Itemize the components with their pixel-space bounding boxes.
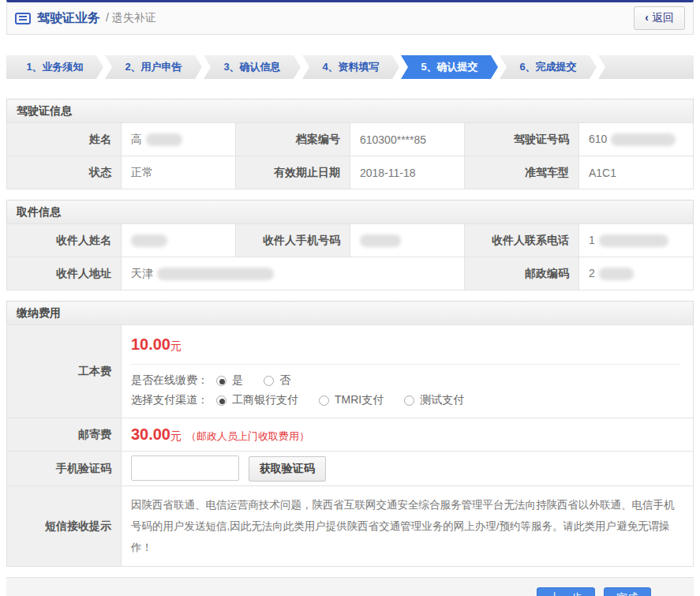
production-fee-unit: 元 [170, 339, 182, 352]
redacted-blur [599, 268, 634, 280]
radio-selected-icon [216, 376, 226, 386]
sms-code-input[interactable] [131, 455, 239, 481]
section-title: 驾驶证信息 [6, 99, 694, 123]
page-title: 驾驶证业务 [37, 10, 100, 27]
step-3: 3、确认信息 [204, 55, 301, 79]
breadcrumb-subtitle: / 遗失补证 [106, 11, 156, 25]
section-pickup-info: 取件信息 收件人姓名 收件人手机号码 收件人联系电话 1 收件人地址 天津 邮政… [6, 200, 694, 291]
chevron-left-icon: ‹ [645, 11, 649, 24]
online-payment-question-label: 是否在线缴费： [131, 373, 208, 388]
license-business-icon [15, 13, 31, 24]
postage-fee-cell: 30.00元（邮政人员上门收取费用） [121, 418, 693, 452]
radio-unselected-icon [404, 395, 414, 406]
vehicle-type-label: 准驾车型 [464, 156, 578, 189]
table-row: 工本费 10.00元 是否在线缴费： 是 否 选择支付渠道： 工商银行支付 TM… [7, 325, 694, 418]
redacted-blur [157, 268, 274, 280]
production-fee-amount-line: 10.00元 [131, 335, 680, 354]
table-row: 收件人地址 天津 邮政编码 2 [7, 257, 694, 291]
redacted-blur [599, 234, 668, 247]
back-button[interactable]: ‹返回 [634, 6, 685, 30]
expiry-value: 2018-11-18 [350, 156, 464, 189]
radio-channel-icbc[interactable]: 工商银行支付 [216, 393, 298, 407]
previous-step-button[interactable]: 上一步 [537, 587, 595, 596]
section-payment: 缴纳费用 工本费 10.00元 是否在线缴费： 是 否 选择支付渠道： 工商银行… [6, 301, 694, 567]
production-fee-label: 工本费 [7, 325, 122, 418]
finish-button[interactable]: 完成 [604, 587, 651, 596]
sms-code-cell: 获取验证码 [121, 452, 693, 486]
radio-online-yes[interactable]: 是 [216, 373, 243, 388]
vehicle-type-value: A1C1 [578, 156, 693, 189]
sms-notice-label: 短信接收提示 [7, 486, 122, 567]
recipient-phone-value: 1 [578, 224, 693, 257]
get-sms-code-button[interactable]: 获取验证码 [249, 456, 326, 482]
production-fee-amount: 10.00 [131, 335, 170, 353]
name-label: 姓名 [7, 123, 122, 156]
postage-fee-note: （邮政人员上门收取费用） [186, 430, 309, 442]
postage-fee-amount: 30.00 [131, 425, 170, 443]
radio-channel-tmri[interactable]: TMRI支付 [319, 393, 384, 407]
section-title: 取件信息 [6, 200, 694, 224]
header: 驾驶证业务 / 遗失补证 ‹返回 [6, 0, 694, 35]
radio-channel-test[interactable]: 测试支付 [404, 393, 464, 407]
postal-code-label: 邮政编码 [464, 257, 578, 291]
table-row: 姓名 高 档案编号 610300****85 驾驶证号码 610 [7, 123, 694, 156]
step-2: 2、用户申告 [105, 55, 202, 79]
payment-channel-question: 选择支付渠道： 工商银行支付 TMRI支付 测试支付 [131, 393, 680, 407]
back-button-label: 返回 [652, 11, 674, 24]
file-no-label: 档案编号 [235, 123, 350, 156]
payment-table: 工本费 10.00元 是否在线缴费： 是 否 选择支付渠道： 工商银行支付 TM… [6, 324, 694, 567]
status-label: 状态 [7, 156, 122, 189]
postage-fee-unit: 元 [170, 429, 182, 442]
step-1: 1、业务须知 [6, 55, 103, 79]
sms-notice-text: 因陕西省联通、电信运营商技术问题，陕西省互联网交通安全综合服务管理平台无法向持陕… [121, 486, 693, 567]
postage-fee-label: 邮寄费 [7, 418, 122, 452]
table-row: 邮寄费 30.00元（邮政人员上门收取费用） [7, 418, 694, 452]
page: 驾驶证业务 / 遗失补证 ‹返回 1、业务须知 2、用户申告 3、确认信息 4、… [6, 0, 694, 596]
recipient-address-label: 收件人地址 [7, 257, 122, 291]
footer-bar: 上一步 完成 [6, 577, 694, 596]
divider [131, 364, 680, 365]
table-row: 短信接收提示 因陕西省联通、电信运营商技术问题，陕西省互联网交通安全综合服务管理… [7, 486, 694, 567]
production-fee-cell: 10.00元 是否在线缴费： 是 否 选择支付渠道： 工商银行支付 TMRI支付… [121, 325, 693, 418]
license-no-value: 610 [578, 123, 693, 156]
license-no-label: 驾驶证号码 [464, 123, 578, 156]
radio-online-no[interactable]: 否 [264, 373, 290, 388]
redacted-blur [146, 133, 182, 146]
sms-code-label: 手机验证码 [7, 452, 122, 486]
pickup-info-table: 收件人姓名 收件人手机号码 收件人联系电话 1 收件人地址 天津 邮政编码 2 [6, 223, 694, 291]
section-license-info: 驾驶证信息 姓名 高 档案编号 610300****85 驾驶证号码 610 状… [6, 99, 694, 189]
step-6: 6、完成提交 [500, 55, 597, 79]
radio-unselected-icon [264, 376, 274, 386]
recipient-name-value [121, 224, 235, 257]
redacted-blur [131, 234, 167, 247]
redacted-blur [611, 133, 676, 146]
payment-channel-label: 选择支付渠道： [131, 393, 208, 407]
recipient-mobile-value [350, 224, 464, 257]
radio-unselected-icon [319, 395, 329, 406]
recipient-address-value: 天津 [121, 257, 464, 291]
name-value: 高 [121, 123, 235, 156]
recipient-mobile-label: 收件人手机号码 [235, 224, 350, 257]
expiry-label: 有效期止日期 [235, 156, 350, 189]
step-4: 4、资料填写 [302, 55, 399, 79]
steps-bar-filler [598, 55, 694, 79]
postal-code-value: 2 [578, 257, 693, 291]
license-info-table: 姓名 高 档案编号 610300****85 驾驶证号码 610 状态 正常 有… [6, 122, 694, 189]
radio-selected-icon [216, 395, 226, 406]
steps-bar: 1、业务须知 2、用户申告 3、确认信息 4、资料填写 5、确认提交 6、完成提… [6, 55, 694, 79]
recipient-name-label: 收件人姓名 [7, 224, 122, 257]
table-row: 状态 正常 有效期止日期 2018-11-18 准驾车型 A1C1 [7, 156, 694, 189]
recipient-phone-label: 收件人联系电话 [464, 224, 578, 257]
redacted-blur [360, 234, 401, 247]
file-no-value: 610300****85 [350, 123, 464, 156]
online-payment-question: 是否在线缴费： 是 否 [131, 373, 680, 388]
status-value: 正常 [121, 156, 235, 189]
table-row: 手机验证码 获取验证码 [7, 452, 694, 486]
table-row: 收件人姓名 收件人手机号码 收件人联系电话 1 [7, 224, 694, 257]
step-5-active: 5、确认提交 [401, 55, 498, 79]
section-title: 缴纳费用 [6, 301, 694, 325]
